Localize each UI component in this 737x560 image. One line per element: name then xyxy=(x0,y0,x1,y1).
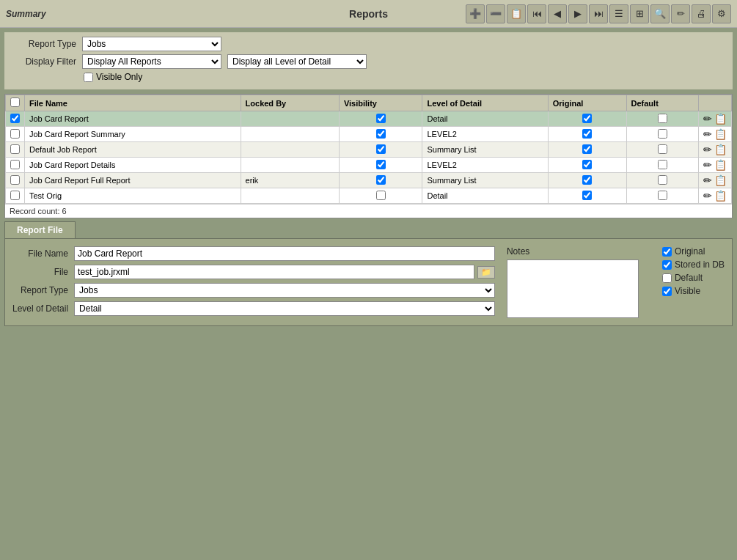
row-select-checkbox[interactable] xyxy=(10,129,20,139)
report-file-tab[interactable]: Report File xyxy=(4,221,76,238)
file-browse-button[interactable]: 📁 xyxy=(477,266,495,279)
row-default xyxy=(626,158,698,173)
prev-button[interactable]: ◀ xyxy=(548,4,567,23)
table-row[interactable]: Default Job Report Summary List ✏ 📋 xyxy=(6,142,732,158)
row-select-cell xyxy=(6,158,25,173)
settings-button[interactable]: ⚙ xyxy=(712,4,731,23)
display-filter-label: Display Filter xyxy=(10,56,76,67)
default-row-checkbox[interactable] xyxy=(658,129,667,139)
table-row[interactable]: Test Orig Detail ✏ 📋 xyxy=(6,188,732,204)
visible-checkbox[interactable] xyxy=(662,287,672,296)
row-original xyxy=(548,127,626,142)
row-file-name: Job Card Report Full Report xyxy=(25,173,241,188)
grid-view-button[interactable]: ⊞ xyxy=(630,4,649,23)
original-row-checkbox[interactable] xyxy=(582,191,592,200)
visible-only-label: Visible Only xyxy=(96,72,142,82)
default-row-checkbox[interactable] xyxy=(658,114,667,123)
visible-checkbox-row: Visible xyxy=(662,286,725,296)
copy-row-icon[interactable]: 📋 xyxy=(714,128,727,140)
visibility-checkbox[interactable] xyxy=(376,114,386,123)
file-name-label: File Name xyxy=(12,248,68,259)
display-detail-select[interactable]: Display all Level of Detail xyxy=(227,54,367,69)
copy-row-icon[interactable]: 📋 xyxy=(714,144,727,155)
original-checkbox-row: Original xyxy=(662,246,725,257)
visibility-checkbox[interactable] xyxy=(376,191,386,200)
level-of-detail-label: Level of Detail xyxy=(12,303,68,314)
reports-table-container: File Name Locked By Visibility Level of … xyxy=(5,95,732,204)
row-file-name: Default Job Report xyxy=(25,142,241,158)
visible-only-checkbox[interactable] xyxy=(84,73,93,82)
copy-row-icon[interactable]: 📋 xyxy=(714,190,727,202)
col-check xyxy=(6,95,25,111)
play-button[interactable]: ▶ xyxy=(568,4,587,23)
edit-row-icon[interactable]: ✏ xyxy=(703,113,712,125)
table-row[interactable]: Job Card Report Detail ✏ 📋 xyxy=(6,111,732,127)
visible-only-row: Visible Only xyxy=(84,72,727,82)
list-view-button[interactable]: ☰ xyxy=(609,4,628,23)
row-level-of-detail: Detail xyxy=(422,111,548,127)
filter-section: Report Type Jobs Display Filter Display … xyxy=(4,32,733,89)
edit-row-icon[interactable]: ✏ xyxy=(703,190,712,202)
file-input[interactable] xyxy=(74,265,474,279)
display-filter-select[interactable]: Display All Reports xyxy=(82,54,221,69)
edit-row-icon[interactable]: ✏ xyxy=(703,128,712,140)
copy-row-icon[interactable]: 📋 xyxy=(714,113,727,125)
row-select-cell xyxy=(6,188,25,204)
row-select-checkbox[interactable] xyxy=(10,144,20,154)
default-row-checkbox[interactable] xyxy=(658,144,667,154)
edit-row-icon[interactable]: ✏ xyxy=(703,159,712,171)
report-type-form-select[interactable]: Jobs xyxy=(74,283,495,298)
table-row[interactable]: Job Card Report Details LEVEL2 ✏ 📋 xyxy=(6,158,732,173)
copy-row-icon[interactable]: 📋 xyxy=(714,174,727,186)
first-button[interactable]: ⏮ xyxy=(527,4,546,23)
notes-textarea[interactable] xyxy=(507,259,639,318)
original-row-checkbox[interactable] xyxy=(582,144,592,154)
default-row-checkbox[interactable] xyxy=(658,191,667,200)
visibility-checkbox[interactable] xyxy=(376,175,386,185)
original-row-checkbox[interactable] xyxy=(582,114,592,123)
select-all-checkbox[interactable] xyxy=(10,97,20,107)
original-row-checkbox[interactable] xyxy=(582,129,592,139)
edit-row-icon[interactable]: ✏ xyxy=(703,144,712,155)
col-original: Original xyxy=(548,95,626,111)
visibility-checkbox[interactable] xyxy=(376,160,386,169)
level-of-detail-select[interactable]: Detail xyxy=(74,301,495,316)
table-row[interactable]: Job Card Report Summary LEVEL2 ✏ 📋 xyxy=(6,127,732,142)
row-original xyxy=(548,188,626,204)
row-select-checkbox[interactable] xyxy=(10,175,20,185)
table-row[interactable]: Job Card Report Full Report erik Summary… xyxy=(6,173,732,188)
row-select-checkbox[interactable] xyxy=(10,114,20,123)
original-row-checkbox[interactable] xyxy=(582,160,592,169)
default-checkbox-row: Default xyxy=(662,273,725,283)
report-type-select[interactable]: Jobs xyxy=(82,37,221,51)
row-visibility xyxy=(339,127,422,142)
remove-button[interactable]: ➖ xyxy=(486,4,505,23)
search-button[interactable]: 🔍 xyxy=(650,4,670,23)
visibility-checkbox[interactable] xyxy=(376,144,386,154)
add-button[interactable]: ➕ xyxy=(466,4,485,23)
print-button[interactable]: 🖨 xyxy=(692,4,711,23)
row-select-checkbox[interactable] xyxy=(10,191,20,200)
original-checkbox[interactable] xyxy=(662,247,672,257)
row-default xyxy=(626,173,698,188)
row-select-checkbox[interactable] xyxy=(10,160,20,169)
default-row-checkbox[interactable] xyxy=(658,160,667,169)
toolbar: ➕ ➖ 📋 ⏮ ◀ ▶ ⏭ ☰ ⊞ 🔍 ✏ 🖨 ⚙ xyxy=(466,4,731,23)
default-checkbox[interactable] xyxy=(662,273,672,283)
file-name-input[interactable] xyxy=(74,246,495,261)
edit-row-icon[interactable]: ✏ xyxy=(703,174,712,186)
row-original xyxy=(548,111,626,127)
edit-button[interactable]: ✏ xyxy=(671,4,690,23)
row-select-cell xyxy=(6,111,25,127)
copy-row-icon[interactable]: 📋 xyxy=(714,159,727,171)
stored-in-db-checkbox[interactable] xyxy=(662,260,672,270)
last-button[interactable]: ⏭ xyxy=(589,4,608,23)
copy-button[interactable]: 📋 xyxy=(507,4,526,23)
titlebar: Summary Reports ➕ ➖ 📋 ⏮ ◀ ▶ ⏭ ☰ ⊞ 🔍 ✏ 🖨 … xyxy=(0,0,737,28)
row-level-of-detail: LEVEL2 xyxy=(422,127,548,142)
row-default xyxy=(626,142,698,158)
row-file-name: Job Card Report xyxy=(25,111,241,127)
original-row-checkbox[interactable] xyxy=(582,175,592,185)
visibility-checkbox[interactable] xyxy=(376,129,386,139)
default-row-checkbox[interactable] xyxy=(658,175,667,185)
